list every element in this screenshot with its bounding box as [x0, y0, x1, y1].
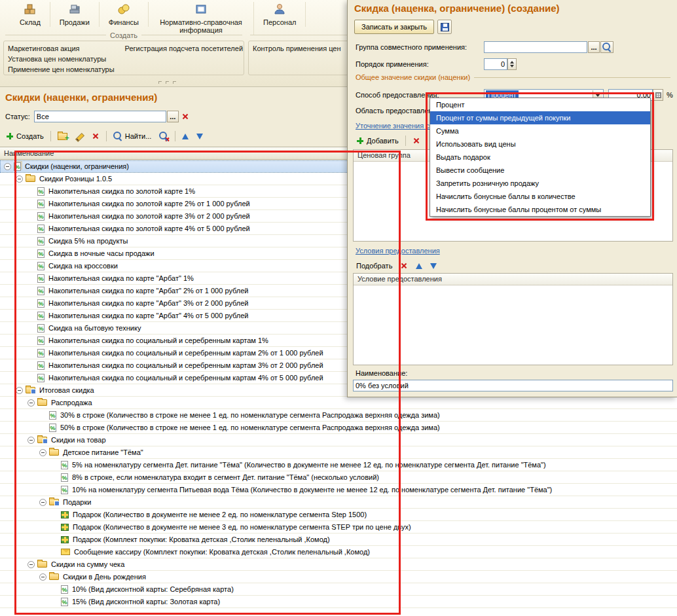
toolbar-separator: [50, 131, 51, 141]
delete-x-icon: [400, 262, 408, 270]
status-label: Статус:: [5, 113, 30, 120]
ellipsis-icon: [591, 43, 596, 51]
calculator-button[interactable]: [653, 89, 663, 101]
warehouse-icon: [24, 3, 37, 17]
status-value: Все: [37, 113, 49, 120]
tab-label: Склад: [20, 18, 41, 26]
dialog-title: Скидка (наценка, ограничение) (создание): [354, 3, 560, 14]
status-row: Статус: Все: [5, 110, 189, 123]
status-clear-button[interactable]: [181, 113, 189, 120]
search-icon: [602, 43, 612, 52]
save-and-close-button[interactable]: Записать и закрыть: [354, 20, 434, 34]
arrow-up-icon: [182, 134, 189, 139]
add-icon: [356, 137, 364, 145]
group-apply-search-button[interactable]: [600, 41, 613, 53]
toolbar-separator: [175, 131, 175, 141]
screen: Склад Продажи Финансы Нормативно-справоч…: [0, 0, 677, 616]
link-price-control[interactable]: Контроль применения цен: [253, 43, 341, 54]
move-up-button[interactable]: [179, 132, 192, 141]
arrow-up-icon: [416, 263, 422, 269]
link-visitor-registration[interactable]: Регистрация подсчета посетителей: [125, 43, 243, 54]
create-folder-button[interactable]: [54, 131, 71, 142]
delete-x-icon: [412, 137, 420, 145]
folder-plus-icon: [58, 133, 67, 140]
ribbon-group-create: Создать Маркетинговая акция Установка це…: [1, 31, 246, 79]
link-price-apply[interactable]: Применение цен номенклатуры: [8, 64, 115, 75]
group-apply-select-button[interactable]: [588, 41, 600, 53]
order-spinner[interactable]: [507, 58, 517, 70]
toolbar-separator: [405, 136, 406, 146]
toolbar-separator: [106, 131, 107, 141]
group-apply-label: Группа совместного применения:: [356, 43, 467, 51]
ellipsis-icon: [170, 113, 175, 120]
edit-button[interactable]: [72, 130, 87, 143]
tab-label: Персонал: [263, 18, 297, 26]
status-select-button[interactable]: [167, 111, 179, 122]
find-label: Найти...: [125, 132, 152, 140]
refine-value-link[interactable]: Уточнение значения ски: [356, 122, 437, 130]
expand-toggle-icon[interactable]: [4, 163, 11, 170]
arrow-down-icon: [196, 134, 203, 139]
tab-nsi[interactable]: Нормативно-справочная информация: [149, 2, 254, 35]
section-common-value: Общее значение скидки (наценки): [356, 73, 670, 81]
cancel-search-button[interactable]: [156, 130, 172, 143]
link-marketing-action[interactable]: Маркетинговая акция: [8, 43, 115, 54]
tab-personal[interactable]: Персонал: [254, 2, 306, 27]
link-price-setting[interactable]: Установка цен номенклатуры: [8, 54, 115, 64]
name-input[interactable]: 0% без условий: [353, 380, 673, 391]
status-combobox[interactable]: Все: [34, 111, 166, 122]
create-label: Создать: [16, 132, 44, 140]
annotation-rectangle-dropdown: [426, 92, 654, 221]
reference-book-icon: [194, 3, 208, 17]
annotation-rectangle-tree: [14, 151, 401, 615]
tab-prodazhi[interactable]: Продажи: [50, 2, 100, 27]
tab-sklad[interactable]: Склад: [10, 2, 50, 27]
pencil-icon: [75, 132, 84, 141]
list-toolbar: Создать Найти...: [3, 128, 206, 144]
order-label: Порядок применения:: [356, 60, 429, 68]
page-title: Скидки (наценки, ограничения): [5, 92, 157, 103]
tab-label: Продажи: [60, 18, 90, 26]
condition-down-button[interactable]: [427, 261, 440, 271]
floppy-icon: [441, 23, 449, 31]
calculator-icon: [655, 92, 661, 98]
percent-sign: %: [667, 91, 673, 99]
delete-x-icon: [92, 132, 100, 140]
condition-up-button[interactable]: [412, 261, 426, 271]
add-icon: [6, 132, 14, 140]
search-icon: [113, 132, 122, 141]
condition-column-header[interactable]: Условие предоставления: [354, 274, 672, 285]
dialog-button-row: Записать и закрыть: [354, 20, 452, 34]
tab-label: Финансы: [109, 18, 139, 26]
group-apply-input[interactable]: [484, 41, 587, 53]
price-group-toolbar: Добавить: [353, 134, 424, 148]
find-button[interactable]: Найти...: [110, 130, 155, 143]
ribbon-grip: [158, 81, 176, 84]
coins-icon: [117, 3, 130, 17]
arrow-down-icon: [430, 263, 437, 269]
delete-button[interactable]: [88, 130, 103, 142]
group-create-title: Создать: [110, 31, 137, 39]
create-button[interactable]: Создать: [3, 130, 47, 142]
order-input[interactable]: 0: [484, 58, 507, 70]
save-button[interactable]: [437, 20, 452, 34]
tab-finansy[interactable]: Финансы: [100, 2, 149, 27]
cancel-search-icon: [159, 132, 168, 141]
cash-register-icon: [68, 3, 81, 17]
delete-row-button[interactable]: [409, 135, 424, 147]
add-row-label: Добавить: [367, 137, 399, 145]
conditions-table[interactable]: Условие предоставления: [353, 273, 673, 365]
person-icon: [273, 3, 286, 17]
add-row-button[interactable]: Добавить: [353, 135, 402, 147]
move-down-button[interactable]: [193, 132, 206, 141]
